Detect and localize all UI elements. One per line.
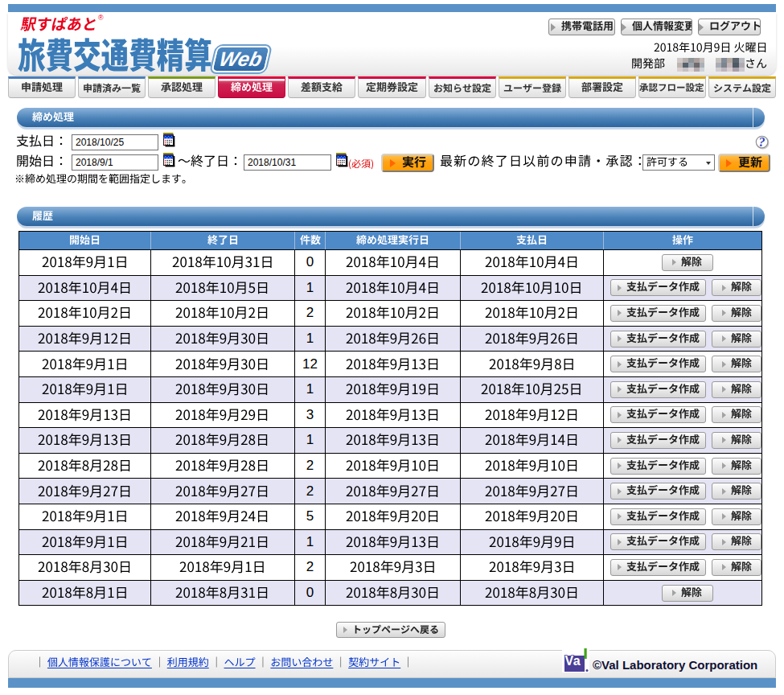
svg-text:Va: Va: [565, 654, 581, 668]
svg-text:?: ?: [759, 135, 766, 149]
